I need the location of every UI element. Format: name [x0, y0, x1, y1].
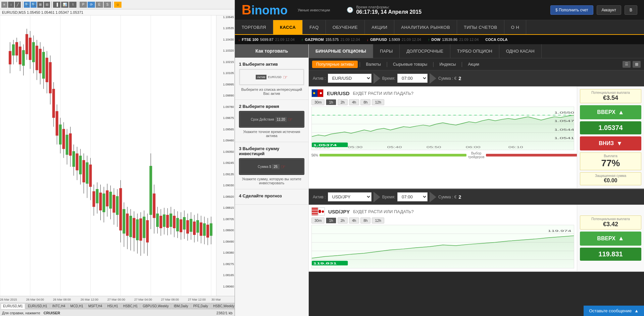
tab-intc-h4[interactable]: INTC,H4	[50, 303, 68, 309]
price-21: 1.08490	[223, 240, 234, 243]
ticker-gazprom-arrow: ↑	[301, 38, 303, 42]
price-22: 1.08380	[223, 251, 234, 254]
filter-icon-grid[interactable]: ▦	[633, 61, 641, 68]
time-select-1[interactable]: 07:00	[397, 74, 428, 83]
tf-30m-2[interactable]: 30m	[311, 217, 325, 224]
tf-8h-1[interactable]: 8h	[360, 99, 370, 105]
toolbar-icon-script[interactable]: S	[104, 2, 111, 8]
amount-value-1: 2	[458, 76, 461, 81]
tab-msft-h4[interactable]: MSFT,H4	[86, 303, 105, 309]
nav-kassa[interactable]: КАССА	[273, 20, 303, 34]
eurusd-flag	[311, 89, 324, 97]
nav-on[interactable]: О Н	[504, 20, 527, 34]
svg-rect-128	[206, 225, 209, 238]
toolbar-icon-3[interactable]: ╱	[15, 2, 21, 8]
svg-rect-122	[196, 220, 199, 233]
nav-faq[interactable]: FAQ	[303, 20, 326, 34]
btn-down-1[interactable]: ВНИЗ	[580, 136, 641, 150]
asset-question-1: БУДЕТ РАСТИ ИЛИ ПАДАТЬ?	[353, 91, 413, 96]
trading-scroll[interactable]: Актив : EUR/USD Время: 07:00 Сумма : € 2	[309, 70, 644, 316]
tf-1h-2[interactable]: 1h	[326, 217, 336, 224]
tab-mcd-h1[interactable]: MCD,H1	[68, 303, 86, 309]
tab-hsbc-weekly[interactable]: HSBC,Weekly	[211, 303, 235, 309]
toolbar-icon-6[interactable]: ⊞	[37, 2, 43, 8]
payout-amount-1: €3.54	[583, 94, 638, 102]
tf-12h-1[interactable]: 12h	[372, 99, 384, 105]
tf-1h-1[interactable]: 1h	[326, 99, 336, 105]
tab-eurusd-h1[interactable]: EURUSD,H1	[26, 303, 50, 309]
toolbar-icon-smiley[interactable]: ☺	[114, 2, 121, 8]
tab-pfe-daily[interactable]: PFE,Daily	[191, 303, 210, 309]
toolbar-icon-7[interactable]: ⊟	[44, 2, 50, 8]
toolbar-icon-1[interactable]: ≡	[1, 2, 7, 8]
tf-2h-1[interactable]: 2h	[338, 99, 348, 105]
tf-4h-1[interactable]: 4h	[349, 99, 359, 105]
toolbar-icon-4[interactable]: 🔍	[24, 2, 30, 8]
tab-turbo[interactable]: ТУРБО ОПЦИОН	[450, 44, 499, 58]
filter-indices[interactable]: Индексы	[435, 61, 460, 68]
svg-rect-124	[200, 223, 202, 236]
tab-binary[interactable]: БИНАРНЫЕ ОПЦИОНЫ	[309, 44, 373, 58]
nav-torgovlya[interactable]: ТОРГОВЛЯ	[235, 20, 273, 34]
tf-4h-2[interactable]: 4h	[349, 217, 359, 224]
filter-stocks[interactable]: Акции	[464, 61, 484, 68]
svg-rect-16	[19, 47, 21, 64]
svg-rect-50	[76, 153, 79, 170]
svg-rect-52	[79, 156, 82, 175]
tf-8h-2[interactable]: 8h	[360, 217, 370, 224]
filter-popular[interactable]: Популярные активы	[312, 61, 358, 68]
tab-longterm[interactable]: ДОЛГОСРОЧНЫЕ	[400, 44, 450, 58]
account-button[interactable]: Аккаунт	[597, 5, 621, 15]
time-select-2[interactable]: 07:00	[397, 192, 428, 201]
btn-up-1[interactable]: ВВЕРХ	[580, 105, 641, 119]
nav-tipy[interactable]: ТИПЫ СЧЕТОВ	[457, 20, 504, 34]
tab-hsbc-h1[interactable]: HSBC,H1	[121, 303, 140, 309]
asset-select-1[interactable]: EUR/USD	[328, 74, 371, 83]
filter-commodities[interactable]: Сырьевые товары	[389, 61, 431, 68]
tab-gbpusd-weekly[interactable]: GBPUSD,Weekly	[140, 303, 171, 309]
filter-icon-list[interactable]: ☰	[623, 61, 631, 68]
tab-eurusd-m1[interactable]: EURUSD,M1	[1, 303, 25, 309]
extra-button[interactable]: В	[625, 5, 637, 15]
tab-touch[interactable]: ОДНО КАСАН	[499, 44, 542, 58]
tf-12h-2[interactable]: 12h	[372, 217, 384, 224]
binomo-nav: ТОРГОВЛЯ КАССА FAQ ОБУЧЕНИЕ АКЦИИ АНАЛИТ…	[235, 20, 644, 35]
svg-rect-10	[9, 51, 11, 64]
toolbar-icon-indicator[interactable]: ⟳	[88, 2, 95, 8]
svg-rect-40	[59, 125, 62, 145]
toolbar-icon-5[interactable]: 🔍	[31, 2, 37, 8]
nav-analitika[interactable]: АНАЛИТИКА РЫНКОВ	[394, 20, 457, 34]
nav-obuchenie[interactable]: ОБУЧЕНИЕ	[326, 20, 365, 34]
tab-ibm-daily[interactable]: IBM,Daily	[171, 303, 191, 309]
price-25: 1.08060	[223, 285, 234, 288]
tab-pairs[interactable]: ПАРЫ	[373, 44, 400, 58]
btn-up-2[interactable]: ВВЕРХ	[580, 232, 641, 246]
svg-rect-74	[116, 196, 118, 215]
asset-name-1: EUR/USD	[327, 90, 350, 96]
svg-rect-26	[36, 46, 38, 70]
toolbar-icon-bar[interactable]: ▐	[53, 2, 60, 8]
tf-2h-2[interactable]: 2h	[338, 217, 348, 224]
svg-rect-38	[56, 111, 58, 136]
time-label-1-txt: Время:	[382, 76, 395, 81]
price-2: 1.10535	[223, 26, 234, 30]
toolbar-icon-property[interactable]: P	[80, 2, 87, 8]
tf-30m-1[interactable]: 30m	[311, 99, 325, 105]
payout-section-2: Потенциальная выплата €3.42	[580, 215, 641, 230]
toolbar-icon-expert[interactable]: E	[96, 2, 103, 8]
toolbar-icon-line[interactable]: ⌇	[69, 2, 77, 8]
tab-hsi-h1[interactable]: HSI,H1	[105, 303, 120, 309]
price-23: 1.08275	[223, 262, 234, 266]
price-13: 1.09350	[223, 150, 234, 153]
filter-icons: ☰ ▦	[623, 61, 641, 68]
svg-rect-62	[96, 189, 99, 203]
toolbar-icon-2[interactable]: ↕	[8, 2, 14, 8]
deposit-button[interactable]: $ Пополнить счет	[550, 5, 593, 15]
filter-currency[interactable]: Валюты	[362, 61, 385, 68]
leave-message-button[interactable]: Оставьте сообщение ▲	[584, 306, 644, 316]
svg-rect-14	[15, 42, 18, 56]
nav-akcii[interactable]: АКЦИИ	[365, 20, 394, 34]
toolbar-icon-candle[interactable]: 📊	[61, 2, 68, 8]
asset-select-2[interactable]: USD/JPY	[328, 192, 371, 201]
filter-sep-4: |	[461, 61, 462, 67]
